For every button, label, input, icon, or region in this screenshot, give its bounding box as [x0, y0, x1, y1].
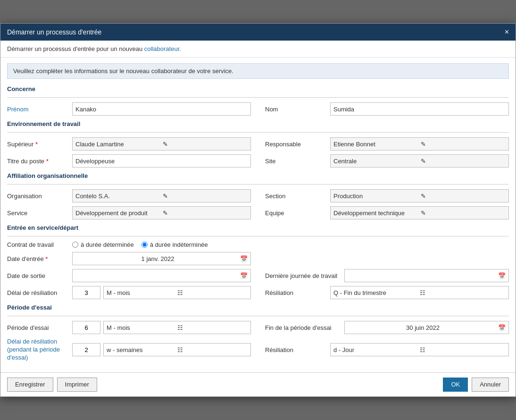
section-label: Section	[265, 193, 326, 200]
fin-periode-calendar-icon[interactable]: 📅	[498, 324, 506, 331]
service-edit-icon[interactable]: ✎	[163, 210, 248, 217]
radio-determinee-label[interactable]: à durée déterminée	[72, 241, 134, 248]
site-label: Site	[265, 158, 326, 165]
section-env-title: Environnement de travail	[7, 120, 509, 127]
periode-essai-label: Période d'essai	[7, 324, 68, 331]
section-edit-icon[interactable]: ✎	[421, 193, 506, 200]
fin-periode-field[interactable]: 📅	[344, 321, 509, 334]
titre-poste-row: Titre du poste *	[7, 154, 251, 168]
organisation-field[interactable]: Contelo S.A. ✎	[72, 189, 251, 202]
ok-button[interactable]: OK	[443, 378, 468, 392]
section-entree-sortie: Entrée en service/départ Contrat de trav…	[7, 224, 509, 299]
close-button[interactable]: ×	[505, 28, 509, 36]
superieur-edit-icon[interactable]: ✎	[163, 141, 248, 148]
radio-indeterminee[interactable]	[141, 242, 148, 248]
organisation-value: Contelo S.A.	[75, 193, 161, 200]
resiliation-list-icon[interactable]: ☷	[420, 289, 506, 296]
equipe-edit-icon[interactable]: ✎	[421, 210, 506, 217]
resiliation-essai-select[interactable]: d - Jour ☷	[330, 343, 509, 356]
resiliation-select[interactable]: Q - Fin du trimestre ☷	[330, 286, 509, 299]
cancel-button[interactable]: Annuler	[472, 378, 509, 392]
resiliation-essai-label: Résiliation	[265, 346, 326, 353]
save-button[interactable]: Enregistrer	[7, 378, 53, 392]
nom-input[interactable]	[333, 106, 506, 113]
main-modal: Démarrer un processus d'entrée × Démarre…	[0, 23, 516, 397]
delai-resiliation-label: Délai de résiliation	[7, 289, 68, 296]
titre-poste-field[interactable]	[72, 154, 251, 168]
footer-left-buttons: Enregistrer Imprimer	[7, 378, 97, 392]
date-entree-label: Date d'entrée *	[7, 255, 68, 262]
periode-unit-select[interactable]: M - mois ☷	[103, 321, 251, 334]
nom-input-wrapper[interactable]	[330, 102, 509, 116]
section-env-travail: Environnement de travail Supérieur * Cla…	[7, 120, 509, 168]
derniere-journee-calendar-icon[interactable]: 📅	[498, 272, 506, 279]
equipe-value: Développement technique	[333, 210, 419, 217]
delai-unit-value: M - mois	[107, 289, 177, 296]
fin-periode-input[interactable]	[348, 324, 498, 331]
derniere-journee-field[interactable]: 📅	[344, 269, 509, 282]
section-row: Section Production ✎	[265, 189, 509, 202]
radio-indeterminee-label[interactable]: à durée indéterminée	[141, 241, 208, 248]
service-row: Service Développement de produit ✎	[7, 206, 251, 219]
date-sortie-field[interactable]: 📅	[72, 269, 251, 282]
collaborateur-link[interactable]: collaborateur	[144, 45, 179, 52]
equipe-row: Equipe Développement technique ✎	[265, 206, 509, 219]
delai-number-input[interactable]	[72, 286, 100, 299]
contrat-row: Contrat de travail à durée déterminée à …	[7, 241, 509, 248]
modal-title: Démarrer un processus d'entrée	[7, 28, 101, 36]
date-entree-calendar-icon[interactable]: 📅	[240, 255, 248, 262]
organisation-edit-icon[interactable]: ✎	[163, 193, 248, 200]
delai-pendant-number-input[interactable]	[72, 343, 100, 356]
delai-pendant-unit-select[interactable]: w - semaines ☷	[103, 343, 251, 356]
modal-subtitle: Démarrer un processus d'entrée pour un n…	[0, 41, 516, 58]
date-entree-input[interactable]	[75, 255, 240, 262]
info-message: Veuillez compléter les informations sur …	[13, 67, 233, 75]
radio-determinee[interactable]	[72, 242, 78, 248]
resiliation-row: Résiliation Q - Fin du trimestre ☷	[265, 286, 509, 299]
site-value: Centrale	[333, 158, 419, 165]
info-box: Veuillez compléter les informations sur …	[7, 63, 509, 79]
delai-pendant-unit-value: w - semaines	[107, 346, 177, 353]
delai-resiliation-row: Délai de résiliation M - mois ☷	[7, 286, 251, 299]
date-sortie-input[interactable]	[75, 272, 240, 279]
equipe-field[interactable]: Développement technique ✎	[330, 206, 509, 219]
print-button[interactable]: Imprimer	[57, 378, 97, 392]
contrat-label: Contrat de travail	[7, 241, 68, 248]
fin-periode-label: Fin de la période d'essai	[265, 324, 341, 331]
section-periode-essai: Période d'essai Période d'essai M - mois…	[7, 304, 509, 362]
delai-pendant-row: Délai de résiliation (pendant la période…	[7, 338, 251, 362]
resiliation-essai-value: d - Jour	[333, 346, 420, 353]
site-field[interactable]: Centrale ✎	[330, 154, 509, 168]
modal-header: Démarrer un processus d'entrée ×	[0, 24, 516, 41]
section-value: Production	[333, 193, 419, 200]
delai-unit-list-icon[interactable]: ☷	[177, 289, 248, 296]
superieur-field[interactable]: Claude Lamartine ✎	[72, 137, 251, 151]
site-edit-icon[interactable]: ✎	[421, 158, 506, 165]
periode-unit-list-icon[interactable]: ☷	[177, 324, 248, 331]
responsable-label: Responsable	[265, 141, 326, 148]
service-field[interactable]: Développement de produit ✎	[72, 206, 251, 219]
section-affiliation: Affiliation organisationnelle Organisati…	[7, 172, 509, 219]
date-sortie-calendar-icon[interactable]: 📅	[240, 272, 248, 279]
derniere-journee-input[interactable]	[348, 272, 498, 279]
prenom-field-row: Prénom	[7, 102, 251, 116]
nom-field-row: Nom	[265, 102, 509, 116]
titre-poste-input[interactable]	[75, 158, 248, 165]
prenom-input-wrapper[interactable]	[72, 102, 251, 116]
prenom-input[interactable]	[75, 106, 248, 113]
responsable-edit-icon[interactable]: ✎	[421, 141, 506, 148]
resiliation-essai-row: Résiliation d - Jour ☷	[265, 338, 509, 362]
delai-pendant-list-icon[interactable]: ☷	[177, 346, 248, 353]
date-entree-field[interactable]: 📅	[72, 252, 251, 265]
periode-unit-value: M - mois	[107, 324, 177, 331]
delai-unit-select[interactable]: M - mois ☷	[103, 286, 251, 299]
section-concerne-title: Concerne	[7, 85, 509, 92]
resiliation-essai-list-icon[interactable]: ☷	[420, 346, 506, 353]
modal-body: Veuillez compléter les informations sur …	[0, 58, 516, 372]
responsable-field[interactable]: Etienne Bonnet ✎	[330, 137, 509, 151]
responsable-value: Etienne Bonnet	[333, 141, 419, 148]
section-field[interactable]: Production ✎	[330, 189, 509, 202]
periode-inline: M - mois ☷	[72, 321, 251, 334]
service-value: Développement de produit	[75, 210, 161, 217]
periode-number-input[interactable]	[72, 321, 100, 334]
